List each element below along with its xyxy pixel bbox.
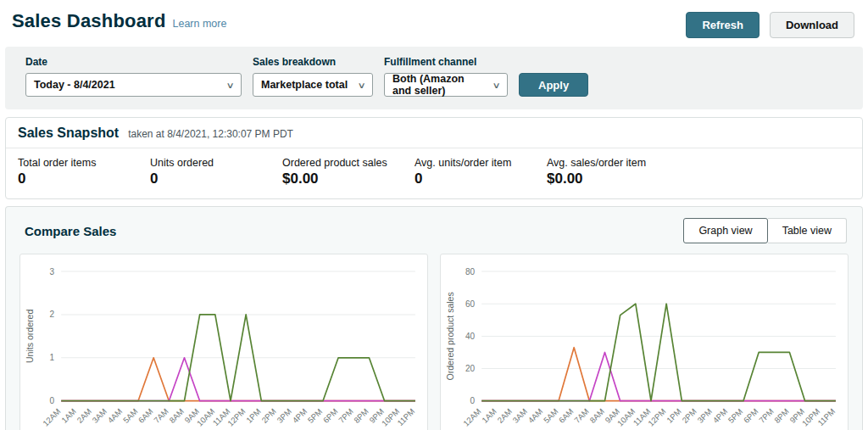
svg-text:8AM: 8AM xyxy=(587,406,606,425)
units-ordered-chart-card: 012312AM1AM2AM3AM4AM5AM6AM7AM8AM9AM10AM1… xyxy=(19,254,428,430)
page-title: Sales Dashboard xyxy=(12,10,166,32)
date-filter-label: Date xyxy=(25,56,242,68)
svg-text:2AM: 2AM xyxy=(495,406,514,425)
snapshot-stats-row: Total order items 0 Units ordered 0 Orde… xyxy=(6,148,862,198)
sales-snapshot-card: Sales Snapshot taken at 8/4/2021, 12:30:… xyxy=(5,117,863,199)
date-select-value: Today - 8/4/2021 xyxy=(34,79,115,91)
svg-text:2PM: 2PM xyxy=(259,406,278,425)
graph-view-button[interactable]: Graph view xyxy=(683,218,767,243)
svg-text:3AM: 3AM xyxy=(90,406,108,425)
svg-text:10PM: 10PM xyxy=(380,406,401,427)
svg-text:4PM: 4PM xyxy=(291,406,309,425)
ordered-product-sales-chart: 02040608012AM1AM2AM3AM4AM5AM6AM7AM8AM9AM… xyxy=(444,260,844,430)
svg-text:2AM: 2AM xyxy=(75,406,93,425)
svg-text:40: 40 xyxy=(465,332,476,341)
svg-text:60: 60 xyxy=(465,299,476,309)
units-ordered-chart: 012312AM1AM2AM3AM4AM5AM6AM7AM8AM9AM10AM1… xyxy=(24,260,424,430)
svg-text:3: 3 xyxy=(50,267,55,276)
svg-text:11PM: 11PM xyxy=(395,406,416,427)
page-header: Sales Dashboard Learn more Refresh Downl… xyxy=(0,0,868,47)
svg-text:5PM: 5PM xyxy=(306,406,325,425)
date-select[interactable]: Today - 8/4/2021 ∨ xyxy=(25,73,242,97)
sales-breakdown-value: Marketplace total xyxy=(261,79,348,91)
svg-text:12PM: 12PM xyxy=(646,406,667,427)
svg-text:12PM: 12PM xyxy=(225,406,247,427)
stat-units-ordered: Units ordered 0 xyxy=(150,157,282,187)
svg-text:8AM: 8AM xyxy=(167,406,186,425)
sales-breakdown-label: Sales breakdown xyxy=(253,56,373,68)
snapshot-timestamp: taken at 8/4/2021, 12:30:07 PM PDT xyxy=(128,128,293,140)
fulfillment-channel-label: Fulfillment channel xyxy=(384,56,508,68)
svg-text:20: 20 xyxy=(465,364,476,373)
download-button[interactable]: Download xyxy=(770,12,854,38)
fulfillment-channel-value: Both (Amazon and seller) xyxy=(392,73,485,97)
svg-text:12AM: 12AM xyxy=(461,406,482,427)
svg-text:5AM: 5AM xyxy=(542,406,560,425)
svg-text:2: 2 xyxy=(50,310,55,319)
svg-text:7AM: 7AM xyxy=(572,406,591,425)
svg-text:8PM: 8PM xyxy=(352,406,370,425)
svg-text:8PM: 8PM xyxy=(772,406,791,425)
filter-bar: Date Today - 8/4/2021 ∨ Sales breakdown … xyxy=(5,47,863,109)
svg-text:4AM: 4AM xyxy=(106,406,125,425)
chevron-down-icon: ∨ xyxy=(492,81,500,90)
svg-text:7AM: 7AM xyxy=(152,406,170,425)
stat-ordered-product-sales: Ordered product sales $0.00 xyxy=(282,157,415,187)
svg-text:4AM: 4AM xyxy=(526,406,545,425)
svg-text:80: 80 xyxy=(465,267,476,276)
svg-text:10AM: 10AM xyxy=(195,406,216,427)
apply-button[interactable]: Apply xyxy=(519,73,588,97)
sales-snapshot-title: Sales Snapshot xyxy=(18,126,119,141)
svg-text:6AM: 6AM xyxy=(557,406,576,425)
svg-text:0: 0 xyxy=(470,396,476,405)
svg-text:7PM: 7PM xyxy=(337,406,355,425)
svg-text:10PM: 10PM xyxy=(800,406,821,427)
svg-text:6PM: 6PM xyxy=(742,406,760,425)
view-toggle-group: Graph view Table view xyxy=(683,218,847,243)
svg-text:Ordered product sales: Ordered product sales xyxy=(445,292,455,380)
ordered-product-sales-chart-card: 02040608012AM1AM2AM3AM4AM5AM6AM7AM8AM9AM… xyxy=(440,254,849,430)
chevron-down-icon: ∨ xyxy=(357,81,365,90)
svg-text:5AM: 5AM xyxy=(121,406,140,425)
svg-text:5PM: 5PM xyxy=(726,406,745,425)
svg-text:3AM: 3AM xyxy=(510,406,529,425)
svg-text:Units ordered: Units ordered xyxy=(25,310,35,363)
svg-text:1AM: 1AM xyxy=(480,406,498,425)
svg-text:6PM: 6PM xyxy=(321,406,340,425)
svg-text:1: 1 xyxy=(50,353,55,362)
chevron-down-icon: ∨ xyxy=(225,81,234,90)
svg-text:12AM: 12AM xyxy=(41,406,62,427)
svg-text:6AM: 6AM xyxy=(136,406,155,425)
learn-more-link[interactable]: Learn more xyxy=(173,18,227,30)
compare-sales-section: Compare Sales Graph view Table view 0123… xyxy=(5,206,863,430)
sales-breakdown-select[interactable]: Marketplace total ∨ xyxy=(253,73,373,97)
svg-text:0: 0 xyxy=(50,396,55,405)
fulfillment-channel-select[interactable]: Both (Amazon and seller) ∨ xyxy=(384,73,508,97)
charts-row: 012312AM1AM2AM3AM4AM5AM6AM7AM8AM9AM10AM1… xyxy=(6,254,862,430)
svg-text:1AM: 1AM xyxy=(59,406,78,425)
stat-total-order-items: Total order items 0 xyxy=(18,157,150,187)
compare-sales-title: Compare Sales xyxy=(25,224,116,238)
table-view-button[interactable]: Table view xyxy=(768,218,847,243)
stat-avg-sales-order-item: Avg. sales/order item $0.00 xyxy=(547,157,679,187)
stat-avg-units-order-item: Avg. units/order item 0 xyxy=(415,157,547,187)
svg-text:1PM: 1PM xyxy=(665,406,683,425)
svg-text:3PM: 3PM xyxy=(695,406,714,425)
svg-text:4PM: 4PM xyxy=(711,406,730,425)
svg-text:1PM: 1PM xyxy=(244,406,263,425)
svg-text:7PM: 7PM xyxy=(757,406,776,425)
svg-text:3PM: 3PM xyxy=(275,406,293,425)
svg-text:10AM: 10AM xyxy=(615,406,637,427)
svg-text:11PM: 11PM xyxy=(815,406,837,427)
svg-text:2PM: 2PM xyxy=(680,406,698,425)
refresh-button[interactable]: Refresh xyxy=(686,12,759,38)
